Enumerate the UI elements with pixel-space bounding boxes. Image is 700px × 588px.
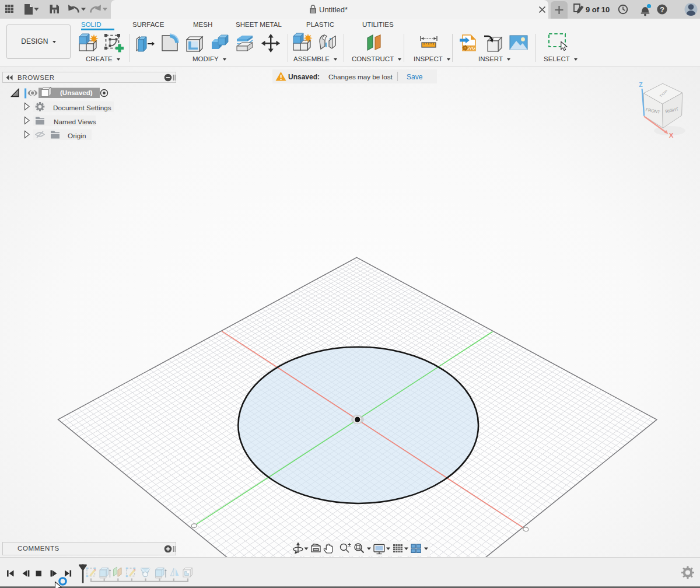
svg-text:Z: Z (639, 81, 643, 88)
svg-text:X: X (669, 132, 674, 139)
